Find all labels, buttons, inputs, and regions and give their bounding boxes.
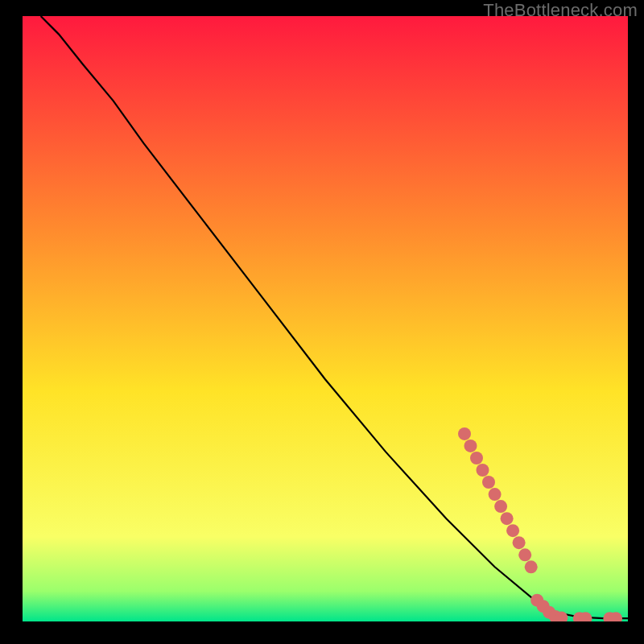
data-marker: [458, 427, 471, 440]
data-marker: [525, 560, 538, 573]
data-marker: [506, 524, 519, 537]
chart-frame: [23, 16, 628, 621]
data-marker: [470, 452, 483, 464]
data-marker: [477, 464, 489, 477]
data-marker: [513, 536, 526, 549]
data-marker: [494, 500, 507, 513]
data-marker: [518, 548, 531, 561]
chart-plot: [23, 16, 628, 621]
gradient-background: [23, 16, 628, 621]
data-marker: [464, 440, 477, 452]
data-marker: [501, 512, 514, 525]
data-marker: [482, 476, 495, 489]
data-marker: [489, 488, 502, 501]
